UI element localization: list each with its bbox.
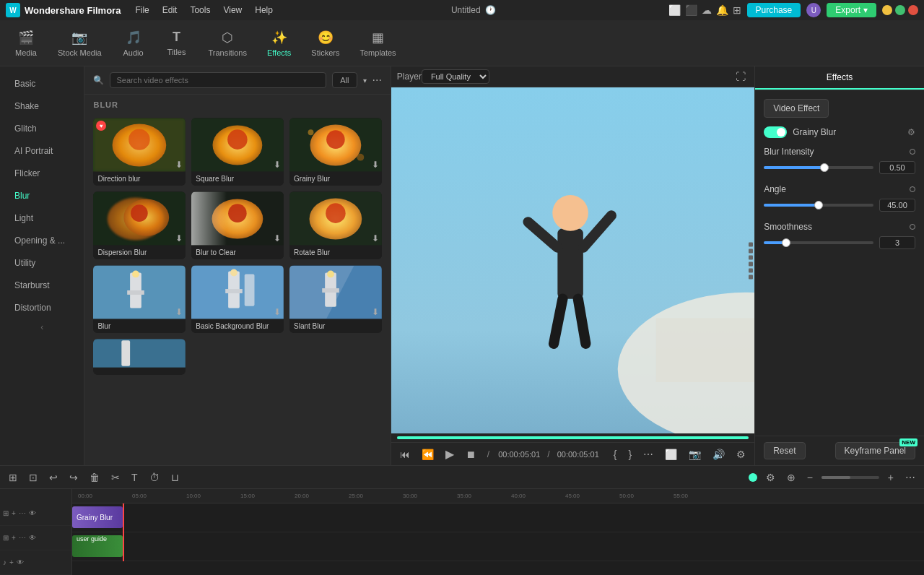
effect-card-blur-to-clear[interactable]: ⬇ Blur to Clear: [191, 191, 284, 259]
ruler-mark: 25:00: [349, 493, 403, 499]
smoothness-slider[interactable]: [764, 241, 873, 244]
tool-transitions[interactable]: ⬡ Transitions: [200, 25, 256, 61]
blur-intensity-slider[interactable]: [764, 166, 873, 169]
zoom-out-button[interactable]: −: [804, 470, 816, 485]
angle-input[interactable]: [879, 199, 915, 212]
effect-card-blur[interactable]: ⬇ Blur: [93, 265, 186, 333]
menu-help[interactable]: Help: [249, 4, 279, 17]
magnet-button[interactable]: ⊡: [26, 470, 40, 485]
effect-card-dispersion-blur[interactable]: ⬇ Dispersion Blur: [93, 191, 186, 259]
purchase-button[interactable]: Purchase: [747, 3, 801, 17]
video-eye-icon[interactable]: 👁: [29, 534, 36, 542]
cut-button[interactable]: ✂: [108, 470, 123, 485]
reset-button[interactable]: Reset: [764, 442, 805, 459]
redo-button[interactable]: ↪: [66, 470, 81, 485]
clip-grainy-blur[interactable]: Grainy Blur: [72, 506, 123, 528]
text-button[interactable]: T: [128, 470, 141, 485]
tool-media[interactable]: 🎬 Media: [6, 25, 46, 61]
download-icon: ⬇: [175, 160, 183, 170]
audio-eye-icon[interactable]: 👁: [17, 558, 24, 566]
menu-view[interactable]: View: [217, 4, 248, 17]
menu-file[interactable]: File: [129, 4, 154, 17]
effect-card-rotate-blur[interactable]: ⬇ Rotate Blur: [289, 191, 382, 259]
sidebar-item-glitch[interactable]: Glitch: [3, 118, 81, 139]
add-media-button[interactable]: ⊕: [784, 470, 798, 485]
snapshot-button[interactable]: 📷: [686, 447, 704, 462]
slider-thumb[interactable]: [820, 163, 829, 172]
tool-effects[interactable]: ✨ Effects: [258, 25, 300, 61]
sidebar-item-flicker[interactable]: Flicker: [3, 163, 81, 184]
export-button[interactable]: Export ▾: [827, 3, 876, 17]
tool-titles[interactable]: T Titles: [157, 25, 197, 61]
menu-tools[interactable]: Tools: [184, 4, 216, 17]
split-button[interactable]: ⋯: [640, 447, 656, 462]
effect-card-extra[interactable]: [93, 339, 186, 375]
add-track-button[interactable]: ⊞: [6, 470, 20, 485]
video-effect-button[interactable]: Video Effect: [764, 99, 829, 118]
zoom-in-button[interactable]: +: [885, 470, 897, 485]
settings2-button[interactable]: ⚙: [733, 447, 749, 462]
mark-out-button[interactable]: }: [625, 447, 635, 462]
close-button[interactable]: [908, 5, 918, 15]
effect-toggle[interactable]: [764, 126, 787, 138]
sidebar-item-ai-portrait[interactable]: AI Portrait: [3, 140, 81, 162]
quality-select[interactable]: Full Quality: [422, 69, 489, 84]
tool-audio[interactable]: 🎵 Audio: [113, 25, 154, 61]
maximize-button[interactable]: [895, 5, 905, 15]
menu-edit[interactable]: Edit: [157, 4, 183, 17]
sidebar-item-opening[interactable]: Opening & ...: [3, 230, 81, 251]
progress-bar[interactable]: [397, 436, 749, 439]
sidebar-item-utility[interactable]: Utility: [3, 252, 81, 274]
step-back-button[interactable]: ⏪: [419, 447, 437, 462]
play-button[interactable]: ▶: [443, 446, 457, 462]
mark-in-button[interactable]: {: [611, 447, 620, 462]
filter-button[interactable]: All: [332, 72, 357, 88]
more-options-button[interactable]: ⋯: [902, 470, 918, 485]
sidebar-item-distortion[interactable]: Distortion: [3, 297, 81, 319]
effect-settings-icon[interactable]: ⚙: [907, 127, 915, 137]
tool-stickers[interactable]: 😊 Stickers: [302, 25, 348, 61]
minimize-button[interactable]: [882, 5, 892, 15]
tab-effects[interactable]: Effects: [755, 66, 924, 90]
slider-thumb-smoothness[interactable]: [782, 238, 790, 247]
duration-button[interactable]: ⏱: [147, 470, 162, 485]
stop-button[interactable]: ⏹: [463, 447, 479, 462]
search-input[interactable]: [110, 72, 326, 88]
collapse-btn[interactable]: ‹: [0, 319, 84, 335]
collapse-icon[interactable]: ‹: [40, 322, 43, 332]
slider-thumb-angle[interactable]: [814, 201, 823, 209]
zoom-slider[interactable]: [821, 476, 879, 479]
fullscreen-button[interactable]: ⛶: [733, 69, 749, 84]
audio-button[interactable]: 🔊: [710, 447, 728, 462]
delete-button[interactable]: 🗑: [87, 470, 103, 485]
more-button[interactable]: ···: [372, 74, 382, 87]
sidebar-item-basic[interactable]: Basic: [3, 73, 81, 95]
keyframe-dot-angle[interactable]: [910, 186, 915, 192]
effect-card-basic-bg-blur[interactable]: ⬇ Basic Background Blur: [191, 265, 284, 333]
keyframe-panel-button[interactable]: Keyframe Panel NEW: [835, 442, 915, 459]
skip-back-button[interactable]: ⏮: [397, 447, 413, 462]
group-button[interactable]: ⊔: [168, 470, 182, 485]
tool-stock-media[interactable]: 📷 Stock Media: [49, 25, 110, 61]
effect-card-grainy-blur[interactable]: ⬇ Grainy Blur: [289, 118, 382, 186]
param-row: [764, 161, 915, 174]
sidebar-item-light[interactable]: Light: [3, 207, 81, 229]
angle-slider[interactable]: [764, 204, 873, 207]
clip-video[interactable]: user guide: [72, 535, 123, 557]
keyframe-dot-blur[interactable]: [910, 149, 915, 155]
basic-bg-blur-thumb: [191, 265, 284, 319]
undo-button[interactable]: ↩: [46, 470, 61, 485]
sidebar-item-blur[interactable]: Blur: [3, 185, 81, 207]
blur-intensity-input[interactable]: [879, 161, 915, 174]
effect-card-direction-blur[interactable]: ♥ ⬇ Direction blur: [93, 118, 186, 186]
fx-eye-icon[interactable]: 👁: [29, 509, 36, 517]
settings3-button[interactable]: ⚙: [763, 470, 778, 485]
tool-templates[interactable]: ▦ Templates: [351, 25, 404, 61]
sidebar-item-starburst[interactable]: Starburst: [3, 274, 81, 296]
effect-card-slant-blur[interactable]: ⬇ Slant Blur: [289, 265, 382, 333]
export-frame-button[interactable]: ⬜: [662, 447, 680, 462]
keyframe-dot-smoothness[interactable]: [910, 224, 915, 230]
sidebar-item-shake[interactable]: Shake: [3, 95, 81, 117]
smoothness-input[interactable]: [879, 236, 915, 249]
effect-card-square-blur[interactable]: ⬇ Square Blur: [191, 118, 284, 186]
